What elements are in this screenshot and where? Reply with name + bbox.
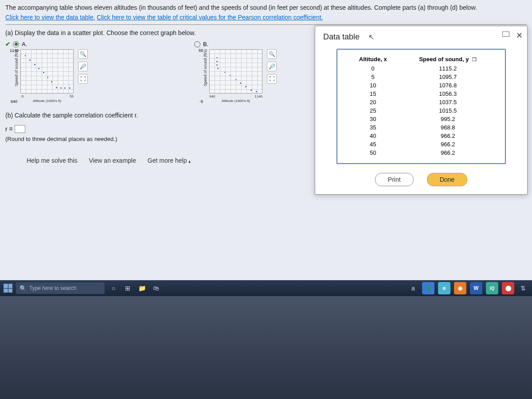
cell-y: 1037.5 — [399, 98, 496, 106]
cell-y: 968.8 — [399, 123, 496, 132]
app-icon[interactable]: iQ — [486, 282, 498, 294]
graph-a-ytop: 1140 — [10, 48, 19, 53]
taskbar: 🔍 Type here to search ○ ⊞ 📁 🛍 a 💲 e ◉ W … — [0, 280, 532, 296]
graph-a-xleft: -5 — [20, 94, 23, 98]
popup-title: Data table — [323, 32, 360, 42]
problem-intro: The accompanying table shows eleven alti… — [5, 4, 527, 12]
cell-y: 1015.5 — [399, 106, 496, 115]
zoom-in-icon[interactable]: 🔍 — [267, 49, 277, 59]
done-button[interactable]: Done — [427, 173, 467, 186]
copy-icon[interactable]: ❐ — [472, 57, 477, 62]
col-header-x: Altitude, x — [346, 54, 399, 64]
graph-b-ytop: 55 — [199, 48, 203, 53]
cursor-icon: ↖ — [368, 33, 374, 41]
option-a-label: A. — [22, 41, 27, 47]
edge-icon[interactable]: e — [438, 282, 450, 294]
check-icon: ✔ — [5, 41, 10, 47]
table-row: 101076.8 — [346, 81, 496, 90]
cell-x: 10 — [346, 81, 399, 90]
radio-option-a[interactable] — [13, 41, 19, 47]
zoom-out-icon[interactable]: 🔎 — [267, 62, 277, 71]
app-icon[interactable]: ⬤ — [502, 282, 514, 294]
col-header-y: Speed of sound, y ❐ — [399, 54, 496, 64]
table-row: 45966.2 — [346, 140, 496, 149]
expand-icon[interactable]: ⛶ — [78, 74, 88, 84]
radio-option-b[interactable] — [194, 41, 200, 47]
cell-x: 0 — [346, 64, 399, 73]
table-row: 251015.5 — [346, 106, 496, 115]
cell-y: 995.2 — [399, 115, 496, 123]
zoom-in-icon[interactable]: 🔍 — [78, 49, 88, 59]
print-button[interactable]: Print — [375, 173, 414, 186]
cortana-icon[interactable]: ○ — [108, 283, 119, 293]
cell-x: 30 — [346, 115, 399, 123]
graph-a-ylabel: Speed of sound (ft/s) — [14, 49, 19, 86]
store-icon[interactable]: 🛍 — [151, 283, 161, 293]
cell-x: 15 — [346, 90, 399, 98]
cell-y: 1115.2 — [399, 64, 496, 73]
scatter-plot-a — [20, 49, 74, 94]
table-row: 201037.5 — [346, 98, 496, 106]
r-label: r = — [5, 125, 13, 133]
cell-x: 35 — [346, 123, 399, 132]
word-icon[interactable]: W — [470, 282, 482, 294]
view-example-link[interactable]: View an example — [89, 157, 136, 164]
graph-b-ylabel: Speed of sound (ft/s) — [203, 49, 207, 86]
cell-y: 1076.8 — [399, 81, 496, 90]
graph-a-xright: 55 — [70, 94, 74, 98]
link-critical-values[interactable]: Click here to view the table of critical… — [97, 14, 323, 21]
table-row: 51095.7 — [346, 73, 496, 81]
monitor-bezel — [0, 296, 532, 399]
cell-y: 1056.3 — [399, 90, 496, 98]
cell-x: 45 — [346, 140, 399, 149]
cell-x: 5 — [346, 73, 399, 81]
scatter-plot-b — [209, 49, 262, 94]
graph-b-xright: 1140 — [254, 94, 262, 98]
table-row: 50966.2 — [346, 149, 496, 157]
table-row: 151056.3 — [346, 90, 496, 98]
option-b-label: B. — [203, 41, 208, 47]
chevron-up-icon: ▴ — [188, 159, 191, 164]
data-table: Altitude, x Speed of sound, y ❐ 01115.25… — [346, 54, 496, 157]
cell-y: 1095.7 — [399, 73, 496, 81]
close-icon[interactable]: ✕ — [516, 31, 523, 40]
graph-b-xleft: 940 — [209, 94, 215, 98]
tray-icon[interactable]: a — [408, 283, 419, 293]
help-solve-link[interactable]: Help me solve this — [27, 157, 77, 164]
graph-a-xcaption: Altitude (1000's ft) — [20, 99, 74, 103]
more-help-link[interactable]: Get more help ▴ — [148, 157, 191, 164]
tray-icon[interactable]: ⇅ — [518, 283, 528, 293]
start-button[interactable] — [4, 284, 12, 293]
table-row: 01115.2 — [346, 64, 496, 73]
graph-b-ybot: -5 — [200, 99, 203, 104]
data-table-popup: ✕ Data table ↖ Altitude, x Speed of soun… — [315, 26, 528, 195]
cell-x: 20 — [346, 98, 399, 106]
graph-a-ybot: 940 — [11, 99, 17, 104]
r-value-input[interactable] — [15, 125, 25, 133]
search-icon: 🔍 — [20, 285, 27, 292]
cell-y: 966.2 — [399, 140, 496, 149]
app-icon[interactable]: 💲 — [422, 282, 434, 294]
link-data-table[interactable]: Click here to view the data table. — [5, 14, 95, 21]
zoom-out-icon[interactable]: 🔎 — [78, 62, 88, 71]
cell-y: 966.2 — [399, 149, 496, 157]
explorer-icon[interactable]: 📁 — [137, 283, 147, 293]
app-icon[interactable]: ◉ — [454, 282, 466, 294]
graph-b-xcaption: Altitude (1000's ft) — [209, 99, 262, 103]
table-row: 35968.8 — [346, 123, 496, 132]
search-placeholder: Type here to search — [29, 285, 76, 291]
minimize-icon[interactable] — [502, 31, 509, 37]
cell-x: 50 — [346, 149, 399, 157]
expand-icon[interactable]: ⛶ — [267, 74, 277, 84]
taskbar-search[interactable]: 🔍 Type here to search — [16, 282, 105, 294]
cell-x: 25 — [346, 106, 399, 115]
table-row: 40966.2 — [346, 132, 496, 140]
cell-x: 40 — [346, 132, 399, 140]
task-view-icon[interactable]: ⊞ — [122, 283, 133, 293]
cell-y: 966.2 — [399, 132, 496, 140]
table-row: 30995.2 — [346, 115, 496, 123]
divider — [5, 24, 527, 25]
